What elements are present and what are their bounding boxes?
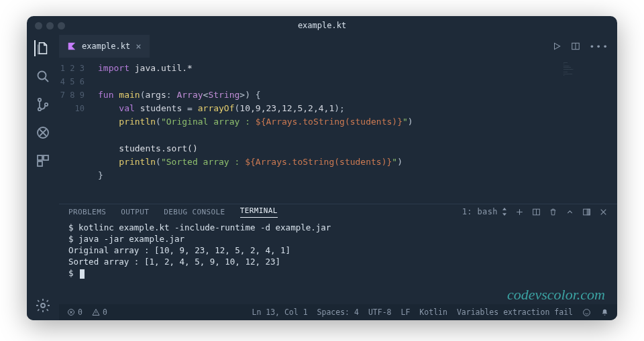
notifications-icon[interactable]	[600, 308, 609, 317]
svg-rect-5	[38, 155, 42, 160]
source-control-icon[interactable]	[35, 96, 51, 113]
status-message[interactable]: Variables extraction fail	[457, 308, 573, 317]
search-icon[interactable]	[35, 68, 51, 84]
titlebar: example.kt	[27, 16, 617, 35]
settings-gear-icon[interactable]	[35, 297, 51, 314]
toggle-panel-icon[interactable]	[582, 208, 591, 216]
window-title: example.kt	[298, 21, 346, 30]
terminal-selector[interactable]: 1: bash	[462, 207, 507, 216]
activity-bar	[27, 35, 59, 320]
watermark: codevscolor.com	[507, 289, 605, 300]
editor-window: example.kt	[27, 16, 617, 320]
minimap[interactable]: ▬▬▬▬▬▬▬▬▬▬▬▬▬▬▬▬▬▬▬▬▬▬▬▬▬▬▬▬▬▬▬▬▬▬▬▬▬▬▬▬…	[564, 62, 612, 102]
svg-point-14	[584, 309, 590, 316]
code-area[interactable]: import java.util.* fun main(args: Array<…	[93, 58, 617, 204]
debug-icon[interactable]	[35, 125, 51, 141]
status-language[interactable]: Kotlin	[419, 308, 447, 317]
svg-point-3	[45, 103, 48, 106]
svg-point-2	[38, 108, 41, 111]
tab-label: example.kt	[82, 42, 130, 51]
bottom-panel: PROBLEMS OUTPUT DEBUG CONSOLE TERMINAL 1…	[59, 204, 617, 304]
svg-point-8	[41, 303, 45, 308]
close-dot[interactable]	[35, 22, 42, 29]
close-panel-icon[interactable]	[599, 208, 608, 216]
line-gutter: 1 2 3 4 5 6 7 8 9 10	[59, 58, 93, 204]
tab-output[interactable]: OUTPUT	[121, 208, 149, 216]
more-icon[interactable]: •••	[590, 42, 609, 52]
status-encoding[interactable]: UTF-8	[368, 308, 392, 317]
status-spaces[interactable]: Spaces: 4	[317, 308, 359, 317]
status-bar: 0 0 Ln 13, Col 1 Spaces: 4 UTF-8 LF Kotl…	[59, 304, 617, 320]
svg-point-1	[38, 98, 41, 101]
window-controls	[35, 22, 65, 29]
tab-debug-console[interactable]: DEBUG CONSOLE	[164, 208, 225, 216]
extensions-icon[interactable]	[35, 153, 51, 169]
svg-point-0	[38, 72, 46, 80]
status-warnings[interactable]: 0	[92, 308, 107, 317]
svg-rect-6	[44, 155, 48, 160]
new-terminal-icon[interactable]	[515, 208, 524, 216]
editor-actions: •••	[552, 35, 617, 58]
editor-tabs: example.kt × •••	[59, 35, 617, 58]
tab-close-icon[interactable]: ×	[136, 41, 141, 52]
min-dot[interactable]	[46, 22, 54, 29]
tab-problems[interactable]: PROBLEMS	[68, 208, 106, 216]
run-icon[interactable]	[552, 42, 561, 51]
terminal-cursor	[80, 269, 85, 279]
status-eol[interactable]: LF	[401, 308, 411, 317]
status-position[interactable]: Ln 13, Col 1	[252, 308, 307, 317]
tab-example-kt[interactable]: example.kt ×	[59, 35, 150, 58]
split-terminal-icon[interactable]	[532, 208, 541, 216]
maximize-panel-icon[interactable]	[566, 208, 574, 216]
kill-terminal-icon[interactable]	[549, 208, 557, 216]
status-errors[interactable]: 0	[67, 308, 83, 317]
svg-rect-7	[38, 161, 42, 166]
max-dot[interactable]	[58, 22, 65, 29]
explorer-icon[interactable]	[34, 40, 50, 56]
split-editor-icon[interactable]	[571, 42, 580, 51]
tab-terminal[interactable]: TERMINAL	[240, 206, 278, 218]
svg-rect-12	[587, 209, 590, 215]
terminal-output[interactable]: $ kotlinc example.kt -include-runtime -d…	[59, 219, 617, 304]
kotlin-file-icon	[67, 42, 76, 51]
feedback-icon[interactable]	[582, 308, 591, 317]
code-editor[interactable]: ▬▬▬▬▬▬▬▬▬▬▬▬▬▬▬▬▬▬▬▬▬▬▬▬▬▬▬▬▬▬▬▬▬▬▬▬▬▬▬▬…	[59, 58, 617, 204]
